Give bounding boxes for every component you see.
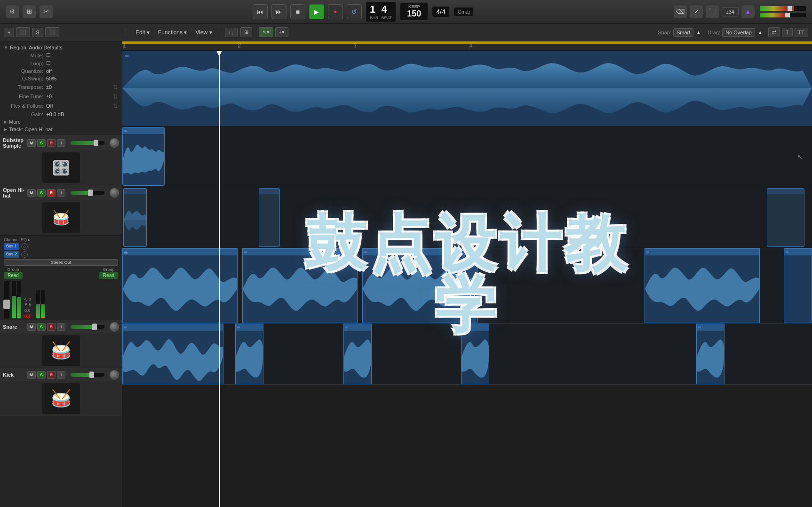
add-btn[interactable]: + bbox=[4, 28, 14, 37]
more-row[interactable]: ▶ More bbox=[4, 118, 118, 126]
loop-icon-btn[interactable]: ↑↓ bbox=[225, 28, 238, 37]
fastforward-btn[interactable]: ⏭ bbox=[271, 4, 287, 19]
position-display[interactable]: 1 BAR 4 BEAT bbox=[366, 1, 396, 22]
solo-btn-5[interactable]: S bbox=[37, 371, 46, 379]
flex-value[interactable]: Off bbox=[46, 103, 112, 109]
fader-2[interactable] bbox=[69, 191, 106, 195]
stereo-out-btn[interactable]: Stereo Out bbox=[4, 259, 118, 266]
audio-clip-1[interactable]: ∞ bbox=[122, 51, 812, 126]
grid-icon-btn[interactable]: ⊞ bbox=[240, 27, 252, 37]
mute-checkbox[interactable]: ☐ bbox=[46, 52, 118, 58]
waveform-5c bbox=[344, 331, 371, 384]
record-btn-4[interactable]: R bbox=[47, 323, 56, 331]
audio-clip-5d[interactable]: ∞ bbox=[461, 324, 489, 384]
list-btn[interactable]: ⬛ bbox=[16, 27, 30, 37]
timeline-ruler[interactable]: 1 2 3 4 bbox=[122, 41, 812, 51]
audio-clip-4d[interactable]: ∞ bbox=[645, 248, 760, 323]
clip-loop-4d: ∞ bbox=[646, 250, 649, 254]
bpm-display[interactable]: KEEP 150 bbox=[400, 2, 428, 21]
mute-btn-4[interactable]: M bbox=[27, 323, 36, 331]
fader-1[interactable] bbox=[69, 141, 106, 145]
record-btn-1[interactable]: R bbox=[47, 139, 56, 147]
audio-clip-4c[interactable]: ∞ bbox=[362, 248, 478, 323]
record-btn[interactable]: ● bbox=[328, 4, 343, 19]
drag-value[interactable]: No Overlap bbox=[722, 28, 755, 37]
audio-clip-4b[interactable]: ∞ bbox=[242, 248, 358, 323]
audio-clip-3a[interactable] bbox=[123, 188, 147, 247]
drag-chevron-icon[interactable]: ▴ bbox=[757, 29, 764, 36]
fader-4[interactable] bbox=[69, 325, 106, 329]
stop-btn[interactable]: ■ bbox=[290, 4, 305, 19]
solo-btn-1[interactable]: S bbox=[37, 139, 46, 147]
record-btn-5[interactable]: R bbox=[47, 371, 56, 379]
settings-icon-btn[interactable]: ⚙ bbox=[6, 5, 19, 18]
audio-clip-5a[interactable]: ∞ bbox=[122, 324, 223, 384]
view-menu-btn[interactable]: View ▾ bbox=[192, 28, 215, 37]
triangle-icon-btn[interactable]: ▲ bbox=[741, 5, 755, 18]
solo-btn-2[interactable]: S bbox=[37, 189, 46, 197]
tt-btn[interactable]: TT bbox=[795, 28, 808, 37]
cycle-btn[interactable]: ↺ bbox=[347, 4, 362, 19]
read-btn-1[interactable]: Read bbox=[4, 272, 23, 279]
audio-clip-3c[interactable] bbox=[767, 188, 804, 247]
pan-knob-4[interactable] bbox=[110, 322, 119, 332]
pan-knob-5[interactable] bbox=[110, 370, 119, 380]
play-btn[interactable]: ▶ bbox=[309, 4, 324, 19]
input-btn-4[interactable]: I bbox=[57, 323, 65, 331]
quantize-value[interactable]: off bbox=[46, 68, 118, 74]
audio-clip-3b[interactable] bbox=[259, 188, 280, 247]
input-btn-1[interactable]: I bbox=[57, 139, 65, 147]
finetune-value[interactable]: ±0 bbox=[46, 94, 112, 99]
transpose-stepper[interactable]: ⇅ bbox=[112, 83, 118, 91]
pan-knob-2[interactable] bbox=[110, 188, 119, 198]
track-controls-4: M S R I bbox=[27, 322, 119, 332]
flex-stepper[interactable]: ⇅ bbox=[112, 102, 118, 110]
bus1-btn[interactable]: Bus 1 bbox=[4, 243, 19, 250]
audio-clip-4e[interactable]: ∞ bbox=[784, 248, 812, 323]
bus2-btn[interactable]: Bus 2 bbox=[4, 251, 19, 258]
mute-btn-1[interactable]: M bbox=[27, 139, 36, 147]
timesig-display[interactable]: 4/4 bbox=[432, 6, 449, 17]
crosshair-tool-btn[interactable]: +▾ bbox=[275, 27, 288, 37]
audio-clip-4a[interactable]: ∞ bbox=[122, 248, 238, 323]
solo-btn-4[interactable]: S bbox=[37, 323, 46, 331]
adjust-icon-btn[interactable]: ⊞ bbox=[23, 5, 36, 18]
qswing-value[interactable]: 50% bbox=[46, 76, 118, 81]
key-display[interactable]: Cmaj bbox=[454, 7, 474, 16]
rewind-btn[interactable]: ⏮ bbox=[253, 4, 268, 19]
drag-label: Drag: bbox=[708, 30, 720, 35]
audio-clip-2a[interactable]: ∞ bbox=[122, 127, 165, 186]
clip-loop-2a: ∞ bbox=[124, 128, 127, 133]
audio-clip-5e[interactable]: ∞ bbox=[696, 324, 724, 384]
edit-menu-btn[interactable]: Edit ▾ bbox=[133, 28, 152, 37]
swap-btn[interactable]: ⇄ bbox=[768, 27, 780, 37]
fader-5[interactable] bbox=[69, 373, 106, 377]
input-btn-2[interactable]: I bbox=[57, 189, 65, 197]
gain-value[interactable]: +0.0 dB bbox=[46, 111, 118, 117]
record-active-btn-2[interactable]: R bbox=[47, 189, 56, 197]
audio-clip-5b[interactable]: ∞ bbox=[235, 324, 263, 384]
finetune-stepper[interactable]: ⇅ bbox=[112, 93, 118, 100]
transpose-value[interactable]: ±0 bbox=[46, 84, 112, 90]
z34-btn[interactable]: z34 bbox=[722, 7, 739, 16]
t-btn[interactable]: T bbox=[782, 28, 793, 37]
mute-btn-5[interactable]: M bbox=[27, 371, 36, 379]
snap-value[interactable]: Smart bbox=[673, 28, 693, 37]
s-btn[interactable]: S bbox=[32, 28, 43, 37]
snap-chevron-icon[interactable]: ▴ bbox=[695, 29, 702, 36]
pan-knob-1[interactable] bbox=[110, 138, 119, 148]
functions-menu-btn[interactable]: Functions ▾ bbox=[155, 28, 190, 37]
box-btn[interactable]: ⬛ bbox=[45, 27, 59, 37]
square-icon-btn[interactable]: ⬛ bbox=[706, 5, 719, 18]
check-icon-btn[interactable]: ✓ bbox=[690, 5, 703, 18]
clip-loop-5b: ∞ bbox=[237, 325, 240, 330]
audio-clip-5c[interactable]: ∞ bbox=[343, 324, 372, 384]
mute-btn-2[interactable]: M bbox=[27, 189, 36, 197]
main-fader[interactable] bbox=[4, 281, 9, 318]
input-btn-5[interactable]: I bbox=[57, 371, 65, 379]
delete-icon-btn[interactable]: ⌫ bbox=[674, 5, 687, 18]
read-btn-2[interactable]: Read bbox=[99, 272, 118, 279]
loop-checkbox[interactable]: ☐ bbox=[46, 60, 118, 66]
pointer-tool-btn[interactable]: ↖▾ bbox=[259, 27, 273, 37]
scissors-icon-btn[interactable]: ✂ bbox=[40, 5, 53, 18]
